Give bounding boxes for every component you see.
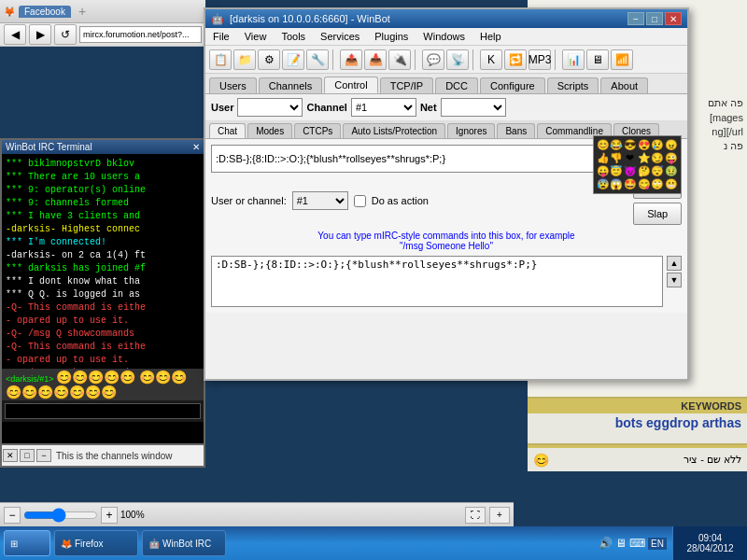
toolbar-btn-11[interactable]: K [480, 49, 502, 70]
tab-bans[interactable]: Bans [497, 123, 535, 138]
emoji-24[interactable]: 😬 [665, 178, 677, 190]
tab-dcc[interactable]: DCC [435, 77, 478, 93]
emoji-11[interactable]: 😏 [652, 152, 664, 164]
lang-indicator[interactable]: EN [648, 538, 667, 550]
tab-modes[interactable]: Modes [247, 123, 292, 138]
small-window-restore[interactable]: □ [20, 449, 35, 462]
menu-help[interactable]: Help [476, 30, 505, 43]
emoji-14[interactable]: 😇 [611, 165, 623, 177]
tab-chat[interactable]: Chat [209, 123, 246, 138]
channel-dropdown[interactable]: #1 [292, 191, 348, 210]
input-icon[interactable]: ⌨ [629, 537, 645, 550]
forward-btn[interactable]: ▶ [29, 24, 51, 45]
tab-ignores[interactable]: Ignores [447, 123, 495, 138]
irc-terminal-close[interactable]: ✕ [192, 142, 200, 152]
emoji-12[interactable]: 😜 [665, 152, 677, 164]
toolbar-btn-4[interactable]: 📝 [282, 49, 304, 70]
emoji-13[interactable]: 😛 [597, 165, 609, 177]
slap-button[interactable]: Slap [633, 203, 682, 225]
emoji-4[interactable]: 😍 [638, 139, 650, 151]
emoji-16[interactable]: 🤔 [638, 165, 650, 177]
emoji-3[interactable]: 😎 [624, 139, 636, 151]
emoji-1[interactable]: 😊 [597, 139, 609, 151]
menu-services[interactable]: Services [317, 30, 363, 43]
scroll-down-btn[interactable]: ▼ [667, 273, 682, 287]
emoji-2[interactable]: 😂 [611, 139, 623, 151]
toolbar-btn-7[interactable]: 📥 [364, 49, 387, 70]
emoji-6[interactable]: 😠 [665, 139, 677, 151]
toolbar-btn-16[interactable]: 📶 [611, 49, 633, 70]
emoji-22[interactable]: 😋 [638, 178, 650, 190]
net-select[interactable] [441, 98, 506, 117]
zoom-minus-btn[interactable]: − [4, 507, 21, 524]
tab-about[interactable]: About [600, 77, 648, 93]
toolbar-btn-2[interactable]: 📁 [233, 49, 256, 70]
tab-auto-lists[interactable]: Auto Lists/Protection [343, 123, 445, 138]
zoom-plus-btn[interactable]: + [101, 507, 118, 524]
irc-line-6: -darksis- Highest connec [6, 223, 200, 236]
toolbar-btn-15[interactable]: 🖥 [586, 49, 609, 70]
tab-channels[interactable]: Channels [259, 77, 322, 93]
zoom-slider[interactable] [23, 508, 98, 523]
small-window-minimize[interactable]: − [36, 449, 51, 462]
toolbar-btn-10[interactable]: 📡 [446, 49, 469, 70]
sound-icon[interactable]: 🔊 [599, 537, 613, 550]
tab-configure[interactable]: Configure [480, 77, 545, 93]
toolbar-btn-6[interactable]: 📤 [340, 49, 362, 70]
address-bar[interactable] [79, 26, 202, 43]
keywords-box: KEYWORDS bots eggdrop arthas [528, 397, 747, 443]
emoji-15[interactable]: 😈 [624, 165, 636, 177]
toolbar-btn-5[interactable]: 🔧 [306, 49, 329, 70]
tab-users[interactable]: Users [209, 77, 257, 93]
winbot-minimize-btn[interactable]: − [627, 12, 644, 25]
toolbar-btn-3[interactable]: ⚙ [258, 49, 280, 70]
tab-tcpip[interactable]: TCP/IP [380, 77, 433, 93]
emoji-21[interactable]: 🤩 [624, 178, 636, 190]
network-icon[interactable]: 🖥 [615, 537, 627, 550]
toolbar-btn-13[interactable]: MP3 [529, 49, 551, 70]
emoji-8[interactable]: 👎 [611, 152, 623, 164]
tab-control[interactable]: Control [324, 77, 377, 93]
scroll-up-btn[interactable]: ▲ [667, 256, 682, 271]
irc-input-field[interactable] [5, 403, 201, 419]
toolbar-btn-8[interactable]: 🔌 [388, 49, 411, 70]
emoji-10[interactable]: ⭐ [638, 152, 650, 164]
user-select[interactable] [237, 98, 303, 117]
output-area[interactable]: :D:SB-};{8:ID::>:O:};{*blush**rollseyes*… [211, 256, 663, 307]
tab-ctcps[interactable]: CTCPs [294, 123, 341, 138]
zoom-fit-btn[interactable]: + [489, 507, 510, 524]
menu-view[interactable]: View [241, 30, 271, 43]
emoji-23[interactable]: 🙄 [652, 178, 664, 190]
irc-line-12: -Q- This command is eithe [6, 301, 200, 315]
do-action-checkbox[interactable] [354, 195, 366, 207]
taskbar-icons: ⊞ 🦊 Firefox 🤖 WinBot IRC [0, 530, 230, 556]
facebook-tab[interactable]: Facebook [19, 6, 71, 18]
winbot-close-btn[interactable]: ✕ [665, 12, 682, 25]
toolbar-btn-12[interactable]: 🔁 [504, 49, 527, 70]
small-window-close[interactable]: ✕ [3, 449, 18, 462]
menu-plugins[interactable]: Plugins [371, 30, 412, 43]
channel-select[interactable]: #1 [351, 98, 416, 117]
emoji-18[interactable]: 🤢 [665, 165, 677, 177]
emoji-5[interactable]: 😢 [652, 139, 664, 151]
toolbar-btn-1[interactable]: 📋 [209, 49, 232, 70]
winbot-taskbar-btn[interactable]: 🤖 WinBot IRC [142, 530, 226, 556]
emoji-19[interactable]: 😰 [597, 178, 609, 190]
tab-scripts[interactable]: Scripts [547, 77, 599, 93]
emoji-9[interactable]: ❤ [624, 152, 636, 164]
menu-tools[interactable]: Tools [277, 30, 309, 43]
emoji-17[interactable]: 😴 [652, 165, 664, 177]
fullscreen-btn[interactable]: ⛶ [465, 507, 486, 524]
start-button[interactable]: ⊞ [4, 530, 50, 556]
winbot-maximize-btn[interactable]: □ [646, 12, 663, 25]
toolbar-btn-14[interactable]: 📊 [562, 49, 585, 70]
emoji-20[interactable]: 😱 [611, 178, 623, 190]
menu-windows[interactable]: Windows [419, 30, 469, 43]
new-tab-btn[interactable]: + [78, 4, 86, 19]
menu-file[interactable]: File [209, 30, 233, 43]
firefox-taskbar-btn[interactable]: 🦊 Firefox [54, 530, 138, 556]
refresh-btn[interactable]: ↺ [54, 24, 77, 45]
back-btn[interactable]: ◀ [4, 24, 26, 45]
emoji-7[interactable]: 👍 [597, 152, 609, 164]
toolbar-btn-9[interactable]: 💬 [422, 49, 444, 70]
